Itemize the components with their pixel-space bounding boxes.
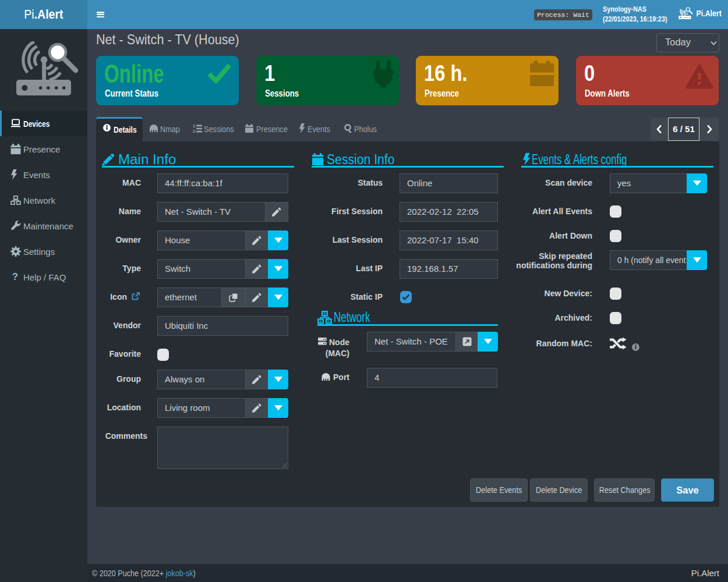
svg-text:2: 2 (193, 129, 195, 133)
